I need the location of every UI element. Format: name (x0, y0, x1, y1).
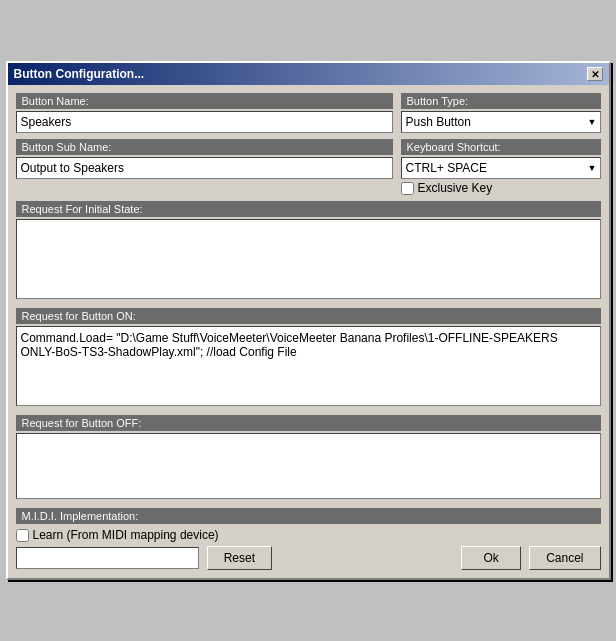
button-type-group: Button Type: Push Button (401, 93, 601, 133)
window-title: Button Configuration... (14, 67, 145, 81)
button-subname-input[interactable] (16, 157, 393, 179)
exclusive-key-row: Exclusive Key (401, 181, 601, 195)
midi-learn-row: Learn (From MIDI mapping device) (16, 528, 601, 542)
title-bar-buttons: ✕ (587, 67, 603, 81)
reset-button[interactable]: Reset (207, 546, 272, 570)
midi-learn-label: Learn (From MIDI mapping device) (33, 528, 219, 542)
button-name-input[interactable] (16, 111, 393, 133)
midi-input-row: Reset Ok Cancel (16, 546, 601, 570)
button-on-label: Request for Button ON: (16, 308, 601, 324)
button-on-textarea[interactable] (16, 326, 601, 406)
keyboard-shortcut-select-wrapper: CTRL+ SPACE (401, 157, 601, 179)
button-on-group: Request for Button ON: (16, 308, 601, 409)
button-name-group: Button Name: (16, 93, 393, 133)
midi-label: M.I.D.I. Implementation: (16, 508, 601, 524)
button-off-group: Request for Button OFF: (16, 415, 601, 502)
button-subname-group: Button Sub Name: (16, 139, 393, 195)
button-type-select-wrapper: Push Button (401, 111, 601, 133)
initial-state-group: Request For Initial State: (16, 201, 601, 302)
midi-learn-checkbox[interactable] (16, 529, 29, 542)
keyboard-shortcut-select[interactable]: CTRL+ SPACE (401, 157, 601, 179)
row-name-type: Button Name: Button Type: Push Button (16, 93, 601, 133)
initial-state-textarea[interactable] (16, 219, 601, 299)
exclusive-key-label: Exclusive Key (418, 181, 493, 195)
initial-state-label: Request For Initial State: (16, 201, 601, 217)
button-type-label: Button Type: (401, 93, 601, 109)
midi-value-input[interactable] (16, 547, 199, 569)
button-off-textarea[interactable] (16, 433, 601, 499)
keyboard-shortcut-group: Keyboard Shortcut: CTRL+ SPACE Exclusive… (401, 139, 601, 195)
window-body: Button Name: Button Type: Push Button Bu… (8, 85, 609, 578)
exclusive-key-checkbox[interactable] (401, 182, 414, 195)
button-subname-label: Button Sub Name: (16, 139, 393, 155)
keyboard-shortcut-label: Keyboard Shortcut: (401, 139, 601, 155)
ok-button[interactable]: Ok (461, 546, 521, 570)
button-type-select[interactable]: Push Button (401, 111, 601, 133)
cancel-button[interactable]: Cancel (529, 546, 600, 570)
row-subname-shortcut: Button Sub Name: Keyboard Shortcut: CTRL… (16, 139, 601, 195)
button-off-label: Request for Button OFF: (16, 415, 601, 431)
midi-section: M.I.D.I. Implementation: Learn (From MID… (16, 508, 601, 570)
title-bar: Button Configuration... ✕ (8, 63, 609, 85)
main-window: Button Configuration... ✕ Button Name: B… (6, 61, 611, 580)
close-button[interactable]: ✕ (587, 67, 603, 81)
button-name-label: Button Name: (16, 93, 393, 109)
